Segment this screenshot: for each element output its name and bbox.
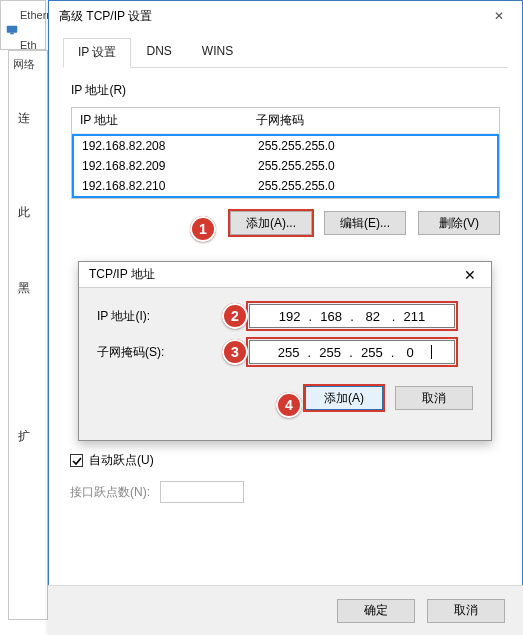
ok-button[interactable]: 确定: [337, 599, 415, 623]
bg-side-1: 连: [18, 110, 30, 127]
mask-octet: 255: [272, 345, 306, 360]
inner-titlebar: TCP/IP 地址 ✕: [79, 262, 491, 288]
close-icon: ✕: [494, 9, 504, 23]
tab-strip: IP 设置 DNS WINS: [63, 37, 508, 68]
ip-field-label: IP 地址(I):: [97, 308, 187, 325]
interface-metric-row: 接口跃点数(N):: [70, 481, 490, 503]
ip-octet: 192: [273, 309, 307, 324]
table-row[interactable]: 192.168.82.208 255.255.255.0: [74, 136, 497, 156]
cell-mask: 255.255.255.0: [258, 159, 489, 173]
callout-3: 3: [222, 339, 248, 365]
cell-ip: 192.168.82.210: [82, 179, 258, 193]
ip-field-row: IP 地址(I): 192. 168. 82. 211: [97, 304, 473, 328]
inner-add-button[interactable]: 添加(A): [305, 386, 383, 410]
add-button[interactable]: 添加(A)...: [230, 211, 312, 235]
cancel-button[interactable]: 取消: [427, 599, 505, 623]
callout-2: 2: [222, 303, 248, 329]
bg-side-2: 此: [18, 204, 30, 221]
callout-4: 4: [276, 392, 302, 418]
tab-ip-settings[interactable]: IP 设置: [63, 38, 131, 68]
checkbox-icon: [70, 454, 83, 467]
mask-octet: 255: [313, 345, 347, 360]
tab-dns[interactable]: DNS: [131, 38, 186, 68]
table-row[interactable]: 192.168.82.210 255.255.255.0: [74, 176, 497, 196]
edit-button[interactable]: 编辑(E)...: [324, 211, 406, 235]
ip-list-header: IP 地址 子网掩码: [72, 108, 499, 134]
background-window-a: Ethern Eth: [0, 0, 46, 50]
cell-mask: 255.255.255.0: [258, 139, 489, 153]
dialog-footer: 确定 取消: [48, 585, 523, 635]
close-icon: ✕: [464, 267, 476, 283]
inner-cancel-button[interactable]: 取消: [395, 386, 473, 410]
ip-octet: 168: [314, 309, 348, 324]
auto-metric-label: 自动跃点(U): [89, 452, 154, 469]
auto-metric-area: 自动跃点(U) 接口跃点数(N):: [70, 452, 490, 503]
subnet-mask-input[interactable]: 255. 255. 255. 0: [249, 340, 455, 364]
callout-1: 1: [190, 216, 216, 242]
svg-rect-0: [7, 26, 18, 33]
ip-button-row: 添加(A)... 编辑(E)... 删除(V): [71, 211, 500, 235]
inner-dialog-title: TCP/IP 地址: [89, 266, 155, 283]
cell-mask: 255.255.255.0: [258, 179, 489, 193]
ip-group-label: IP 地址(R): [71, 82, 500, 99]
ip-octet: 211: [397, 309, 431, 324]
interface-metric-input: [160, 481, 244, 503]
dialog-title: 高级 TCP/IP 设置: [59, 8, 152, 25]
close-button[interactable]: ✕: [476, 1, 522, 31]
ip-octet: 82: [356, 309, 390, 324]
text-cursor: [431, 345, 432, 359]
mask-field-row: 子网掩码(S): 255. 255. 255. 0: [97, 340, 473, 364]
bg-side-3: 黑: [18, 280, 30, 297]
col-ip: IP 地址: [80, 112, 256, 129]
col-mask: 子网掩码: [256, 112, 491, 129]
mask-octet: 255: [355, 345, 389, 360]
inner-close-button[interactable]: ✕: [455, 264, 485, 286]
mask-octet: 0: [396, 345, 430, 360]
ip-list[interactable]: IP 地址 子网掩码 192.168.82.208 255.255.255.0 …: [71, 107, 500, 199]
bg-side-4: 扩: [18, 428, 30, 445]
remove-button[interactable]: 删除(V): [418, 211, 500, 235]
ip-address-group: IP 地址(R) IP 地址 子网掩码 192.168.82.208 255.2…: [71, 82, 500, 235]
table-row[interactable]: 192.168.82.209 255.255.255.0: [74, 156, 497, 176]
tab-wins[interactable]: WINS: [187, 38, 248, 68]
titlebar: 高级 TCP/IP 设置 ✕: [49, 1, 522, 31]
interface-metric-label: 接口跃点数(N):: [70, 484, 150, 501]
cell-ip: 192.168.82.208: [82, 139, 258, 153]
ip-address-input[interactable]: 192. 168. 82. 211: [249, 304, 455, 328]
background-window-b: 网络: [8, 50, 48, 620]
cell-ip: 192.168.82.209: [82, 159, 258, 173]
mask-field-label: 子网掩码(S):: [97, 344, 187, 361]
bg-panel-label: 网络: [13, 57, 35, 72]
auto-metric-checkbox-row[interactable]: 自动跃点(U): [70, 452, 490, 469]
